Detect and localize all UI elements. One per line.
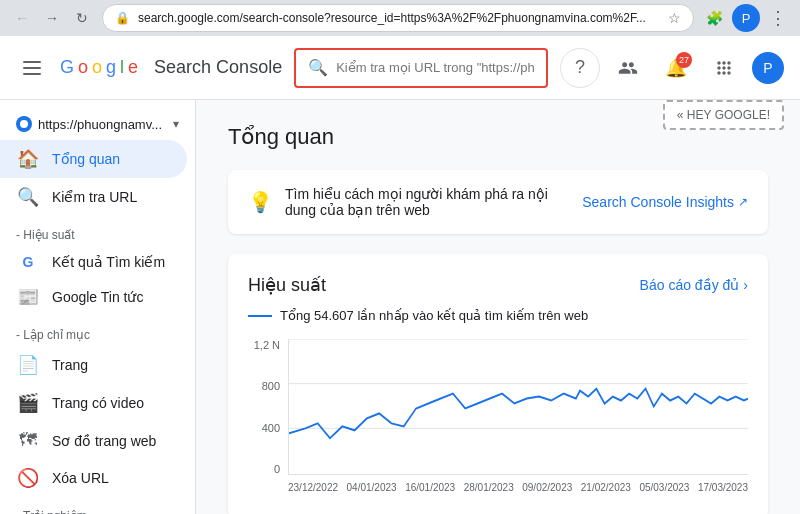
sidebar-item-label: Xóa URL [52,470,109,486]
star-icon: ☆ [668,10,681,26]
y-label-bottom: 0 [274,463,280,475]
x-label-1: 04/01/2023 [347,482,397,493]
apps-button[interactable] [704,48,744,88]
sidebar-item-kiem-tra-url[interactable]: 🔍 Kiểm tra URL [0,178,187,216]
performance-header: Hiệu suất Báo cáo đầy đủ › [248,274,748,296]
insight-link[interactable]: Search Console Insights ↗ [582,194,748,210]
y-label-2: 800 [262,380,280,392]
performance-title: Hiệu suất [248,274,326,296]
search-bar[interactable]: 🔍 [294,48,548,88]
back-button[interactable]: ← [8,4,36,32]
sidebar-item-label: Tổng quan [52,151,120,167]
app-name: Search Console [154,57,282,78]
property-icon [16,116,32,132]
remove-icon: 🚫 [16,467,40,489]
external-link-icon: ↗ [738,195,748,209]
x-label-2: 16/01/2023 [405,482,455,493]
svg-rect-1 [23,67,41,69]
sidebar-item-label: Sơ đồ trang web [52,433,156,449]
chart-svg-area [288,339,748,475]
page-icon: 📄 [16,354,40,376]
x-label-4: 09/02/2023 [522,482,572,493]
sidebar-item-trang[interactable]: 📄 Trang [0,346,187,384]
chevron-down-icon: ▾ [173,117,179,131]
sidebar-item-trang-co-video[interactable]: 🎬 Trang có video [0,384,187,422]
x-label-6: 05/03/2023 [639,482,689,493]
insight-text: Tìm hiểu cách mọi người khám phá ra nội … [285,186,570,218]
full-report-link[interactable]: Báo cáo đầy đủ › [640,277,748,293]
browser-toolbar: ← → ↻ 🔒 search.google.com/search-console… [0,0,800,36]
search-bar-container: 🔍 [294,48,548,88]
browser-nav-buttons: ← → ↻ [8,4,96,32]
main-layout: https://phuongnamv... ▾ 🏠 Tổng quan 🔍 Ki… [0,100,800,514]
extensions-button[interactable]: 🧩 [700,4,728,32]
news-icon: 📰 [16,286,40,308]
sidebar-item-tong-quan[interactable]: 🏠 Tổng quan [0,140,187,178]
profile-button[interactable]: P [732,4,760,32]
lock-icon: 🔒 [115,11,130,25]
sidebar-section-lap-chi-muc: - Lập chỉ mục [0,316,195,346]
chart-x-labels: 23/12/2022 04/01/2023 16/01/2023 28/01/2… [288,475,748,499]
sidebar: https://phuongnamv... ▾ 🏠 Tổng quan 🔍 Ki… [0,100,196,514]
avatar[interactable]: P [752,52,784,84]
browser-actions: 🧩 P ⋮ [700,4,792,32]
google-search-icon: G [16,254,40,270]
url-text: search.google.com/search-console?resourc… [138,11,660,25]
sidebar-item-ket-qua-tim-kiem[interactable]: G Kết quả Tìm kiếm [0,246,187,278]
sidebar-item-label: Kiểm tra URL [52,189,137,205]
lightbulb-icon: 💡 [248,190,273,214]
app: Google Search Console 🔍 ? 🔔 27 P [0,36,800,514]
forward-button[interactable]: → [38,4,66,32]
search-icon: 🔍 [308,58,328,77]
performance-chart: 1,2 N 800 400 0 [248,339,748,499]
sitemap-icon: 🗺 [16,430,40,451]
video-icon: 🎬 [16,392,40,414]
property-selector[interactable]: https://phuongnamv... ▾ [0,108,195,140]
sidebar-item-label: Trang có video [52,395,144,411]
sidebar-item-label: Kết quả Tìm kiếm [52,254,165,270]
search-input[interactable] [336,60,534,75]
search-icon: 🔍 [16,186,40,208]
x-label-3: 28/01/2023 [464,482,514,493]
home-icon: 🏠 [16,148,40,170]
x-label-5: 21/02/2023 [581,482,631,493]
sidebar-item-label: Google Tin tức [52,289,144,305]
notification-badge: 27 [676,52,692,68]
accounts-button[interactable] [608,48,648,88]
google-logo: Google [60,57,138,78]
browser-chrome: ← → ↻ 🔒 search.google.com/search-console… [0,0,800,36]
sidebar-item-so-do-trang-web[interactable]: 🗺 Sơ đồ trang web [0,422,187,459]
sidebar-item-label: Trang [52,357,88,373]
help-button[interactable]: ? [560,48,600,88]
insight-banner: 💡 Tìm hiểu cách mọi người khám phá ra nộ… [228,170,768,234]
performance-card: Hiệu suất Báo cáo đầy đủ › Tổng 54.607 l… [228,254,768,514]
hey-google-button[interactable]: « HEY GOOGLE! [663,100,784,130]
chart-y-labels: 1,2 N 800 400 0 [248,339,284,475]
x-label-0: 23/12/2022 [288,482,338,493]
chart-subtitle: Tổng 54.607 lần nhấp vào kết quả tìm kiế… [248,308,748,323]
sidebar-item-google-tin-tuc[interactable]: 📰 Google Tin tức [0,278,187,316]
svg-rect-2 [23,73,41,75]
y-label-top: 1,2 N [254,339,280,351]
notifications-button[interactable]: 🔔 27 [656,48,696,88]
chevron-right-icon: › [743,277,748,293]
sidebar-section-hieu-suat: - Hiệu suất [0,216,195,246]
reload-button[interactable]: ↻ [68,4,96,32]
svg-rect-0 [23,61,41,63]
sidebar-section-trai-nghiem: - Trải nghiệm [0,497,195,514]
address-bar[interactable]: 🔒 search.google.com/search-console?resou… [102,4,694,32]
nav-icons: ? 🔔 27 P [560,48,784,88]
property-name: https://phuongnamv... [38,117,167,132]
menu-button[interactable]: ⋮ [764,4,792,32]
x-label-7: 17/03/2023 [698,482,748,493]
hamburger-menu[interactable] [16,52,48,84]
top-navbar: Google Search Console 🔍 ? 🔔 27 P [0,36,800,100]
legend-line [248,315,272,317]
y-label-3: 400 [262,422,280,434]
content-area: « HEY GOOGLE! Tổng quan 💡 Tìm hiểu cách … [196,100,800,514]
sidebar-item-xoa-url[interactable]: 🚫 Xóa URL [0,459,187,497]
